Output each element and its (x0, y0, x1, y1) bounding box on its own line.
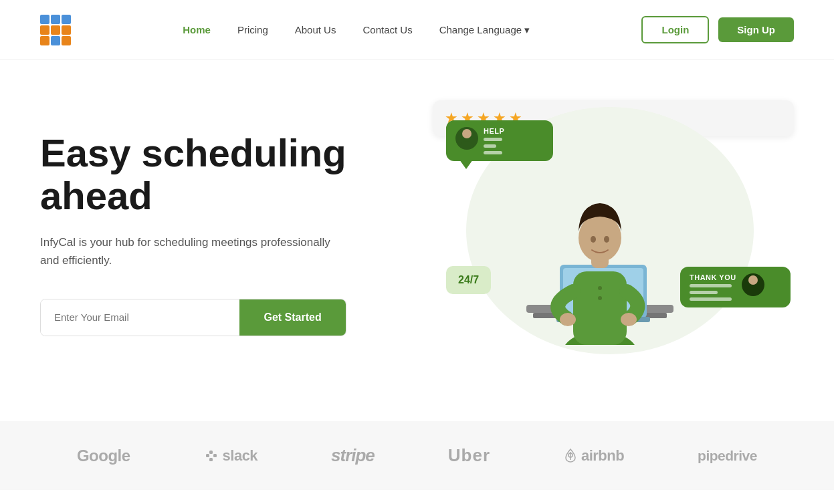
svg-point-16 (598, 296, 602, 300)
svg-point-12 (579, 214, 621, 262)
main-person (520, 164, 680, 348)
person-desk-illustration (520, 164, 680, 345)
logo-cell (40, 25, 49, 35)
logo-cell (62, 25, 71, 35)
svg-rect-8 (573, 271, 627, 345)
person-avatar-icon (459, 128, 475, 148)
logo-cell (40, 15, 49, 24)
nav-link-language[interactable]: Change Language ▾ (439, 24, 530, 36)
thankyou-bubble-content: THANK YOU (690, 273, 736, 301)
brand-stripe: stripe (331, 445, 375, 466)
nav-actions: Login Sign Up (641, 16, 794, 43)
logo-grid (40, 15, 71, 45)
help-lines (484, 138, 504, 154)
brands-bar: Google slack stripe Uber airbnb pipedriv… (0, 421, 834, 490)
thankyou-lines (690, 284, 736, 301)
hero-title: Easy scheduling ahead (40, 132, 346, 217)
text-line (484, 144, 496, 148)
help-bubble: HELP (446, 120, 553, 161)
logo-cell (51, 15, 60, 24)
logo-cell (51, 25, 60, 35)
nav-link-contact[interactable]: Contact Us (362, 24, 412, 35)
logo-cell (51, 36, 60, 45)
logo-cell (62, 36, 71, 45)
thankyou-bubble: THANK YOU (680, 267, 791, 307)
nav-item-about[interactable]: About Us (295, 24, 336, 36)
thankyou-avatar-icon (745, 275, 761, 295)
svg-point-0 (462, 129, 472, 138)
help-label: HELP (484, 127, 504, 135)
airbnb-icon (564, 448, 577, 464)
text-line (690, 297, 732, 301)
svg-rect-22 (209, 458, 213, 461)
svg-rect-20 (209, 451, 213, 454)
brand-pipedrive: pipedrive (698, 448, 757, 464)
brand-airbnb: airbnb (564, 447, 624, 465)
svg-point-14 (604, 236, 609, 243)
email-input[interactable] (41, 299, 239, 336)
svg-point-1 (460, 141, 474, 148)
nav-item-pricing[interactable]: Pricing (237, 24, 268, 36)
svg-rect-21 (213, 454, 217, 457)
login-button[interactable]: Login (641, 16, 709, 43)
hero-left: Easy scheduling ahead InfyCal is your hu… (40, 132, 346, 336)
text-line (690, 284, 732, 287)
nav-links: Home Pricing About Us Contact Us Change … (183, 24, 530, 36)
text-line (484, 138, 502, 141)
get-started-button[interactable]: Get Started (239, 299, 345, 336)
brand-slack: slack (204, 447, 258, 465)
svg-point-18 (746, 287, 760, 295)
hero-section: Easy scheduling ahead InfyCal is your hu… (0, 60, 834, 421)
bubble-tail (459, 160, 473, 169)
247-bubble: 24/7 (446, 266, 491, 294)
hero-illustration: HELP ★ ★ ★ ★ ★ (433, 100, 794, 368)
help-bubble-content: HELP (484, 127, 504, 154)
svg-point-10 (621, 313, 637, 326)
svg-point-17 (748, 275, 758, 285)
avatar-help (455, 127, 478, 150)
thankyou-label: THANK YOU (690, 273, 736, 281)
logo[interactable] (40, 15, 71, 45)
hero-email-form: Get Started (40, 299, 346, 336)
avatar-thankyou (742, 273, 764, 296)
nav-link-pricing[interactable]: Pricing (237, 24, 268, 35)
hero-subtitle: InfyCal is your hub for scheduling meeti… (40, 233, 334, 269)
svg-point-13 (591, 236, 596, 243)
svg-rect-19 (206, 454, 209, 457)
logo-cell (62, 15, 71, 24)
brand-uber: Uber (448, 445, 490, 466)
nav-link-about[interactable]: About Us (295, 24, 336, 35)
text-line (690, 291, 718, 294)
nav-link-home[interactable]: Home (183, 24, 211, 35)
nav-item-contact[interactable]: Contact Us (362, 24, 412, 36)
logo-cell (40, 36, 49, 45)
svg-point-9 (560, 313, 576, 326)
brand-google: Google (77, 447, 130, 465)
nav-item-language[interactable]: Change Language ▾ (439, 24, 530, 36)
svg-point-15 (598, 286, 602, 290)
text-line (484, 151, 502, 154)
slack-icon (204, 449, 219, 463)
signup-button[interactable]: Sign Up (718, 17, 794, 42)
navbar: Home Pricing About Us Contact Us Change … (0, 0, 834, 60)
nav-item-home[interactable]: Home (183, 24, 211, 36)
